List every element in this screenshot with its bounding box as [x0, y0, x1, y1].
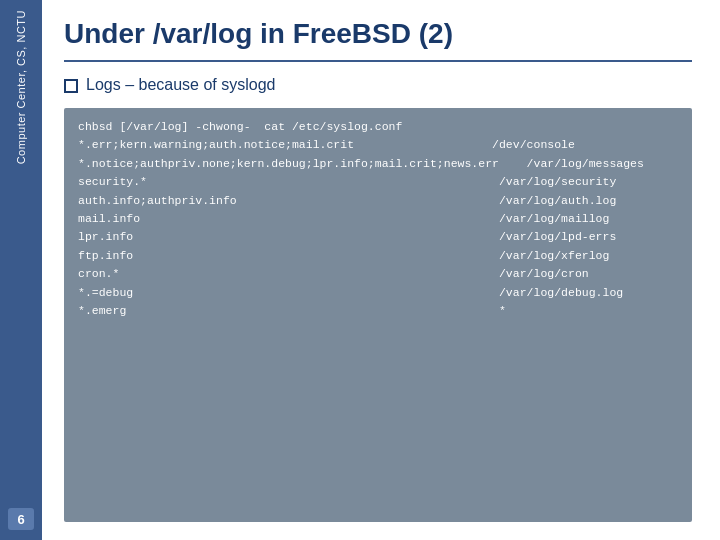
code-line: auth.info;authpriv.info /var/log/auth.lo… — [78, 192, 678, 210]
code-line: chbsd [/var/log] -chwong- cat /etc/syslo… — [78, 118, 678, 136]
code-line: ftp.info /var/log/xferlog — [78, 247, 678, 265]
sidebar-page-number: 6 — [8, 508, 34, 530]
code-line: lpr.info /var/log/lpd-errs — [78, 228, 678, 246]
code-line: *.emerg * — [78, 302, 678, 320]
code-line: *.notice;authpriv.none;kern.debug;lpr.in… — [78, 155, 678, 173]
code-block: chbsd [/var/log] -chwong- cat /etc/syslo… — [64, 108, 692, 522]
main-content: Under /var/log in FreeBSD (2) Logs – bec… — [42, 0, 720, 540]
divider — [64, 60, 692, 62]
code-line: mail.info /var/log/maillog — [78, 210, 678, 228]
code-line: *.=debug /var/log/debug.log — [78, 284, 678, 302]
sidebar: Computer Center, CS, NCTU 6 — [0, 0, 42, 540]
bullet-icon — [64, 79, 78, 93]
subtitle-label: Logs – because of syslogd — [86, 76, 275, 94]
code-line: security.* /var/log/security — [78, 173, 678, 191]
page-title: Under /var/log in FreeBSD (2) — [64, 18, 692, 50]
sidebar-org-text: Computer Center, CS, NCTU — [14, 10, 28, 164]
subtitle-row: Logs – because of syslogd — [64, 76, 692, 94]
code-line: *.err;kern.warning;auth.notice;mail.crit… — [78, 136, 678, 154]
code-line: cron.* /var/log/cron — [78, 265, 678, 283]
